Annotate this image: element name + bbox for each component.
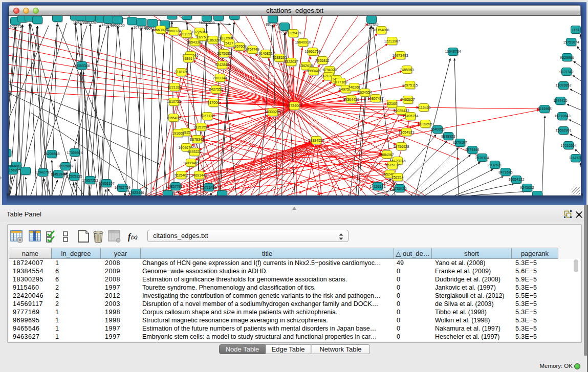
svg-text:1221338: 1221338 bbox=[167, 85, 181, 89]
svg-text:2718126: 2718126 bbox=[174, 70, 188, 74]
svg-text:9777169: 9777169 bbox=[333, 80, 347, 84]
svg-text:6966160: 6966160 bbox=[111, 24, 124, 27]
svg-text:9463627: 9463627 bbox=[401, 98, 415, 101]
svg-text:15692901: 15692901 bbox=[555, 128, 571, 132]
svg-text:16648784: 16648784 bbox=[445, 50, 461, 53]
svg-text:14691446: 14691446 bbox=[191, 173, 207, 177]
svg-text:7663822: 7663822 bbox=[154, 28, 167, 32]
svg-text:20364436: 20364436 bbox=[343, 98, 359, 101]
svg-text:9146821: 9146821 bbox=[258, 52, 272, 55]
svg-text:12156829: 12156829 bbox=[9, 168, 21, 172]
svg-text:9242848: 9242848 bbox=[215, 63, 229, 67]
svg-text:8938923: 8938923 bbox=[441, 135, 455, 138]
svg-text:10958107: 10958107 bbox=[98, 182, 114, 185]
svg-text:6794028: 6794028 bbox=[322, 68, 336, 72]
svg-text:3267130: 3267130 bbox=[200, 114, 214, 118]
svg-text:12213967: 12213967 bbox=[384, 39, 400, 43]
svg-text:8186328: 8186328 bbox=[206, 38, 220, 42]
svg-text:2687682: 2687682 bbox=[364, 23, 378, 27]
svg-text:9227342: 9227342 bbox=[559, 70, 573, 74]
svg-text:1167534: 1167534 bbox=[569, 156, 581, 160]
svg-text:16961758: 16961758 bbox=[304, 50, 320, 53]
svg-text:2935114: 2935114 bbox=[475, 156, 489, 160]
svg-text:16033809: 16033809 bbox=[199, 21, 214, 25]
svg-text:20053346: 20053346 bbox=[74, 64, 90, 68]
svg-text:8322037: 8322037 bbox=[284, 60, 298, 63]
svg-text:15495754: 15495754 bbox=[402, 114, 418, 118]
svg-text:19384554: 19384554 bbox=[308, 139, 324, 142]
svg-text:9891: 9891 bbox=[184, 57, 192, 60]
svg-text:16782759: 16782759 bbox=[114, 186, 130, 189]
svg-text:9474444: 9474444 bbox=[465, 148, 479, 151]
svg-text:12505135: 12505135 bbox=[66, 174, 82, 178]
svg-text:12942757: 12942757 bbox=[35, 170, 51, 174]
svg-text:12093852: 12093852 bbox=[555, 83, 571, 87]
svg-text:15716485: 15716485 bbox=[201, 186, 216, 189]
svg-text:6939695: 6939695 bbox=[418, 122, 432, 126]
svg-text:12975115: 12975115 bbox=[402, 83, 418, 87]
svg-text:5427: 5427 bbox=[225, 41, 233, 45]
svg-text:14099489: 14099489 bbox=[183, 161, 199, 165]
svg-text:8960124: 8960124 bbox=[167, 29, 181, 33]
svg-text:13353594: 13353594 bbox=[193, 125, 209, 129]
svg-text:30975887: 30975887 bbox=[57, 164, 73, 168]
svg-text:14136141: 14136141 bbox=[369, 185, 385, 188]
svg-text:18724007: 18724007 bbox=[286, 104, 302, 107]
svg-text:19756928: 19756928 bbox=[393, 145, 409, 148]
svg-text:16210643: 16210643 bbox=[554, 114, 570, 118]
svg-text:191668: 191668 bbox=[172, 132, 184, 135]
svg-text:9684067: 9684067 bbox=[380, 153, 394, 157]
svg-text:1362615: 1362615 bbox=[299, 64, 313, 68]
svg-text:3675685: 3675685 bbox=[217, 52, 231, 55]
svg-text:2803144: 2803144 bbox=[213, 76, 227, 80]
svg-text:746266: 746266 bbox=[348, 85, 360, 89]
svg-text:6379197: 6379197 bbox=[453, 141, 467, 144]
svg-text:11325419: 11325419 bbox=[286, 31, 301, 35]
svg-text:9245652: 9245652 bbox=[520, 186, 534, 189]
svg-text:8678342: 8678342 bbox=[190, 138, 204, 141]
svg-text:10807487: 10807487 bbox=[367, 97, 383, 100]
svg-text:10654122: 10654122 bbox=[508, 178, 524, 181]
svg-text:1151: 1151 bbox=[572, 28, 579, 32]
svg-text:9857791: 9857791 bbox=[168, 185, 182, 188]
svg-text:1244415: 1244415 bbox=[553, 99, 567, 102]
svg-text:10025433: 10025433 bbox=[393, 109, 409, 113]
svg-text:7932621: 7932621 bbox=[488, 163, 502, 167]
svg-text:3624554: 3624554 bbox=[358, 91, 372, 94]
svg-text:16154808: 16154808 bbox=[373, 28, 389, 32]
svg-text:7485063: 7485063 bbox=[400, 68, 413, 72]
svg-text:12923446: 12923446 bbox=[128, 191, 144, 194]
svg-text:1615132: 1615132 bbox=[385, 163, 399, 167]
svg-text:8990443: 8990443 bbox=[307, 69, 320, 73]
svg-text:7625402: 7625402 bbox=[174, 173, 188, 177]
svg-text:252214: 252214 bbox=[391, 176, 403, 179]
svg-text:8471676: 8471676 bbox=[498, 170, 512, 174]
svg-text:1640953: 1640953 bbox=[430, 127, 444, 131]
svg-text:4493222: 4493222 bbox=[187, 150, 201, 154]
svg-text:15751074: 15751074 bbox=[563, 40, 579, 44]
svg-text:17957253: 17957253 bbox=[82, 179, 98, 182]
svg-text:11451944: 11451944 bbox=[51, 172, 67, 176]
svg-text:62160: 62160 bbox=[387, 102, 397, 105]
svg-text:8454749: 8454749 bbox=[245, 48, 259, 51]
svg-text:1610755: 1610755 bbox=[167, 100, 181, 103]
svg-text:18300295: 18300295 bbox=[265, 110, 280, 114]
svg-text:16640910: 16640910 bbox=[295, 40, 311, 44]
svg-text:17016504: 17016504 bbox=[560, 144, 576, 147]
svg-text:26206565: 26206565 bbox=[43, 152, 59, 156]
svg-text:417006: 417006 bbox=[207, 101, 219, 104]
svg-text:17359924: 17359924 bbox=[67, 151, 82, 155]
svg-text:1965498: 1965498 bbox=[166, 116, 180, 120]
svg-text:891295: 891295 bbox=[180, 32, 192, 36]
svg-text:8813054: 8813054 bbox=[266, 23, 279, 26]
svg-text:19654923: 19654923 bbox=[398, 130, 414, 134]
svg-text:8215958: 8215958 bbox=[537, 107, 551, 111]
svg-text:1588520: 1588520 bbox=[272, 56, 286, 59]
svg-text:14055712: 14055712 bbox=[9, 25, 24, 28]
svg-text:9329966: 9329966 bbox=[560, 56, 574, 59]
svg-text:9115460: 9115460 bbox=[417, 106, 431, 110]
svg-text:10973493: 10973493 bbox=[392, 54, 408, 57]
svg-text:8427552: 8427552 bbox=[209, 87, 223, 91]
svg-text:7955812: 7955812 bbox=[315, 59, 329, 62]
svg-text:1733426: 1733426 bbox=[393, 187, 406, 190]
